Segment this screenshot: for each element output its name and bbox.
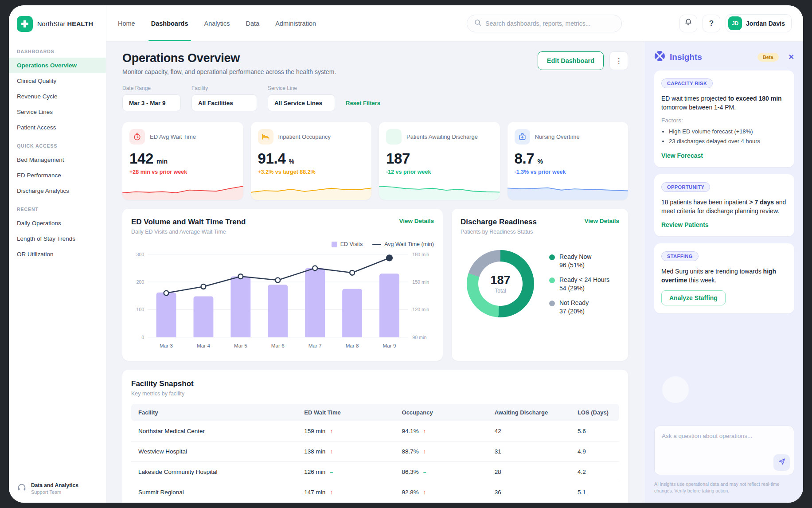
table-row[interactable]: Westview Hospital 138 min↑ 88.7%↑ 31 4.9 <box>131 442 619 462</box>
view-all-facilities-link[interactable]: View All Facilities <box>131 502 619 503</box>
sidebar-item-length-of-stay-trends[interactable]: Length of Stay Trends <box>9 231 106 246</box>
more-options-button[interactable]: ⋮ <box>609 51 628 70</box>
avatar: JD <box>728 16 742 30</box>
sidebar-item-ed-performance[interactable]: ED Performance <box>9 168 106 183</box>
stopwatch-icon <box>129 129 145 145</box>
date-range-select[interactable]: Mar 3 - Mar 9 <box>122 94 181 111</box>
global-search[interactable] <box>467 15 622 32</box>
insight-card-capacity-risk: CAPACITY RISK ED wait times projected to… <box>654 70 794 167</box>
table-row[interactable]: Northstar Medical Center 159 min↑ 94.1%↑… <box>131 421 619 442</box>
sidebar-item-discharge-analytics[interactable]: Discharge Analytics <box>9 183 106 199</box>
insights-title: Insights <box>670 52 702 62</box>
nav-item-administration[interactable]: Administration <box>275 5 316 41</box>
reset-filters-link[interactable]: Reset Filters <box>346 100 380 106</box>
page-title: Operations Overview <box>122 51 336 65</box>
nav-item-dashboards[interactable]: Dashboards <box>151 5 188 41</box>
sidebar-footer[interactable]: Data and Analytics Support Team <box>9 474 106 503</box>
kpi-card-occupancy[interactable]: Inpatient Occupancy 91.4% +3.2% vs targe… <box>251 122 372 200</box>
svg-text:180 min: 180 min <box>412 252 429 257</box>
northstar-logo-icon <box>17 16 33 32</box>
chart-subtitle: Patients by Readiness Status <box>461 229 537 235</box>
table-subtitle: Key metrics by facility <box>131 391 194 397</box>
view-details-link[interactable]: View Details <box>399 218 434 224</box>
legend-dot <box>549 301 555 306</box>
service-line-select[interactable]: All Service Lines <box>268 94 335 111</box>
legend-dot <box>549 254 555 260</box>
insight-badge: OPPORTUNITY <box>661 182 710 192</box>
nav-item-analytics[interactable]: Analytics <box>204 5 230 41</box>
nav-item-data[interactable]: Data <box>246 5 260 41</box>
sparkline-chart <box>122 180 243 200</box>
sidebar-item-or-utilization[interactable]: OR Utilization <box>9 246 106 262</box>
svg-text:Mar 3: Mar 3 <box>160 343 173 348</box>
table-row[interactable]: Lakeside Community Hospital 126 min– 86.… <box>131 462 619 482</box>
sidebar-item-revenue-cycle[interactable]: Revenue Cycle <box>9 89 106 104</box>
sparkline-chart <box>508 180 629 200</box>
sidebar-section-title: DASHBOARDS <box>9 41 106 58</box>
user-menu[interactable]: JD Jordan Davis <box>726 14 792 32</box>
insight-text: Med Surg units are trending towards high… <box>661 267 787 285</box>
sidebar-nav: DASHBOARDSOperations OverviewClinical Qu… <box>9 41 106 262</box>
trend-up-icon: ↑ <box>330 428 332 434</box>
review-patients-link[interactable]: Review Patients <box>661 221 787 228</box>
kpi-card-awaiting-discharge[interactable]: Patients Awaiting Discharge 187 -12 vs p… <box>379 122 500 200</box>
sidebar-section-title: QUICK ACCESS <box>9 135 106 152</box>
sidebar-item-clinical-quality[interactable]: Clinical Quality <box>9 73 106 89</box>
facility-snapshot-card: Facility Snapshot Key metrics by facilit… <box>122 370 628 503</box>
chart-legend: ED Visits Avg Wait Time (min) <box>131 241 434 247</box>
svg-text:0: 0 <box>141 335 144 340</box>
ed-volume-combo-chart: 090 min100120 min200150 min300180 minMar… <box>131 248 434 352</box>
question-icon: ? <box>709 19 714 28</box>
sidebar-item-service-lines[interactable]: Service Lines <box>9 104 106 120</box>
trend-up-icon: ↑ <box>423 449 426 455</box>
sidebar-item-patient-access[interactable]: Patient Access <box>9 120 106 135</box>
close-icon[interactable]: ✕ <box>789 53 794 61</box>
brand-logo-row[interactable]: NorthStar HEALTH <box>9 5 106 41</box>
sidebar-item-daily-operations[interactable]: Daily Operations <box>9 215 106 231</box>
beta-badge: Beta <box>757 53 779 62</box>
edit-dashboard-button[interactable]: Edit Dashboard <box>538 51 604 70</box>
kpi-delta: +28 min vs prior week <box>129 169 236 175</box>
filter-service-line: Service Line All Service Lines <box>268 85 335 111</box>
svg-text:120 min: 120 min <box>412 307 429 312</box>
view-forecast-link[interactable]: View Forecast <box>661 152 787 159</box>
wait-time-swatch <box>372 244 381 245</box>
discharge-readiness-card: Discharge Readiness Patients by Readines… <box>452 209 628 361</box>
kpi-value: 91.4 <box>258 150 286 167</box>
analyze-staffing-button[interactable]: Analyze Staffing <box>661 290 726 305</box>
topbar: HomeDashboardsAnalyticsDataAdministratio… <box>106 5 803 42</box>
chart-subtitle: Daily ED Visits and Average Wait Time <box>131 229 246 235</box>
legend-item: Ready Now 96 (51%) <box>549 253 609 269</box>
bell-icon <box>684 18 692 28</box>
svg-text:Mar 7: Mar 7 <box>308 343 322 348</box>
insights-logo-icon <box>654 51 665 63</box>
insight-badge: CAPACITY RISK <box>661 78 713 88</box>
medical-kit-icon <box>515 129 530 145</box>
insight-card-staffing: STAFFING Med Surg units are trending tow… <box>654 243 794 314</box>
nav-item-home[interactable]: Home <box>118 5 135 41</box>
help-button[interactable]: ? <box>703 15 720 32</box>
sidebar-item-operations-overview[interactable]: Operations Overview <box>9 58 106 73</box>
bed-icon <box>258 129 273 145</box>
kpi-value: 8.7 <box>515 150 535 167</box>
notifications-button[interactable] <box>679 15 697 32</box>
kpi-card-ed-wait[interactable]: ED Avg Wait Time 142min +28 min vs prior… <box>122 122 243 200</box>
ai-disclaimer: AI insights use operational data and may… <box>654 481 794 495</box>
facility-table: Facility ED Wait Time Occupancy Awaiting… <box>131 404 619 502</box>
kpi-card-nursing-overtime[interactable]: Nursing Overtime 8.7% -1.3% vs prior wee… <box>508 122 629 200</box>
sidebar-item-bed-management[interactable]: Bed Management <box>9 152 106 168</box>
search-input[interactable] <box>485 20 614 27</box>
top-nav: HomeDashboardsAnalyticsDataAdministratio… <box>118 5 316 41</box>
sidebar: NorthStar HEALTH DASHBOARDSOperations Ov… <box>9 5 106 503</box>
legend-item: Ready < 24 Hours 54 (29%) <box>549 276 609 292</box>
svg-text:200: 200 <box>136 279 144 285</box>
filters-bar: Date Range Mar 3 - Mar 9 Facility All Fa… <box>122 85 628 111</box>
facility-select[interactable]: All Facilities <box>191 94 257 111</box>
paper-plane-icon <box>778 457 786 467</box>
view-details-link[interactable]: View Details <box>584 218 619 224</box>
table-row[interactable]: Summit Regional 147 min↑ 92.8%↑ 36 5.1 <box>131 482 619 503</box>
send-button[interactable] <box>773 454 790 471</box>
kpi-value: 187 <box>386 150 410 167</box>
insight-text: 18 patients have been inpatient > 7 days… <box>661 198 787 216</box>
support-subtitle: Support Team <box>31 489 78 495</box>
